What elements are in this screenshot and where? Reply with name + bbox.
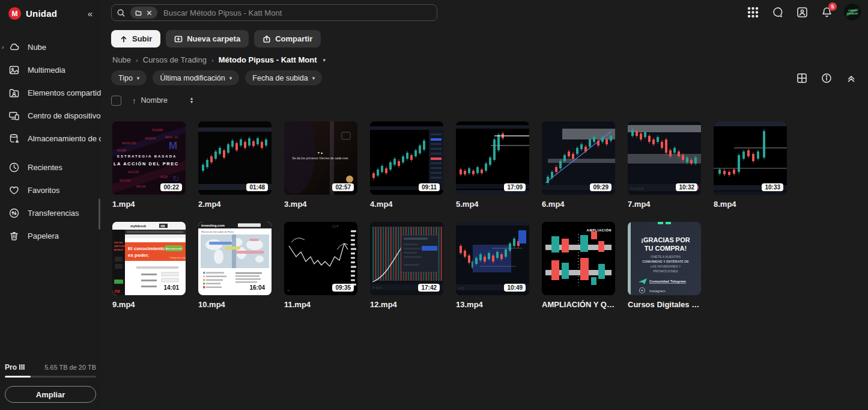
sidebar-item-elementos-compartidos[interactable]: Elementos compartidos	[0, 81, 101, 104]
filter-type-chip[interactable]: Tipo ▾	[111, 70, 147, 85]
apps-grid-icon[interactable]	[745, 5, 760, 19]
file-thumbnail[interactable]: 09:29	[542, 121, 615, 195]
sidebar-item-almacenamiento-objetos[interactable]: Almacenamiento de obj	[0, 127, 101, 150]
duration-badge: 02:57	[332, 183, 354, 191]
svg-text:0110: 0110	[160, 175, 168, 179]
file-name-label[interactable]: 8.mp4	[714, 200, 787, 209]
file-name-label[interactable]: 5.mp4	[456, 200, 529, 209]
chat-icon[interactable]	[770, 5, 785, 19]
file-thumbnail[interactable]: ▼▲ Se da los primeros Viernes de cada me…	[284, 121, 357, 195]
new-folder-button[interactable]: Nueva carpeta	[166, 30, 249, 47]
file-thumbnail[interactable]: - ▢ × ▷09:35	[284, 222, 357, 295]
filter-upload-date-chip[interactable]: Fecha de subida ▾	[245, 70, 322, 85]
mega-logo-icon[interactable]: M	[8, 7, 21, 20]
file-card[interactable]: ¡GRACIAS POR TU COMPRA! ÚNETE A NUESTRA …	[628, 222, 701, 309]
file-card[interactable]: myfxbook XM $30 NO DEPOSIT BONUS XM El c…	[112, 222, 186, 309]
sidebar-item-favoritos[interactable]: Favoritos	[0, 179, 101, 201]
file-card[interactable]: 01:482.mp4	[198, 121, 272, 209]
sidebar-item-centro-dispositivos[interactable]: Centro de dispositivos	[0, 104, 101, 127]
sidebar-item-label: Favoritos	[28, 186, 59, 195]
svg-text:El conocimiento: El conocimiento	[128, 246, 165, 251]
file-card[interactable]: 17:095.mp4	[456, 121, 529, 209]
app-title: Unidad	[26, 8, 57, 19]
filter-modified-chip[interactable]: Última modificación ▾	[153, 70, 239, 85]
file-name-label[interactable]: 13.mp4	[456, 300, 529, 309]
duration-badge: 00:22	[160, 183, 182, 191]
sidebar-item-papelera[interactable]: Papelera	[0, 224, 101, 247]
sidebar-item-recientes[interactable]: Recientes	[0, 156, 101, 179]
upgrade-button[interactable]: Ampliar	[5, 386, 96, 403]
svg-text:▷: ▷	[288, 289, 290, 292]
info-icon[interactable]	[819, 71, 834, 85]
file-thumbnail[interactable]: ▷ ▢ ▢ ▢10:32	[628, 121, 701, 195]
svg-text:↻: ↻	[172, 174, 180, 183]
chevron-right-icon[interactable]: ›	[2, 44, 4, 50]
table-view-icon[interactable]	[795, 71, 809, 85]
file-name-label[interactable]: AMPLIACIÓN Y QUI...	[542, 300, 615, 309]
file-name-label[interactable]: 1.mp4	[112, 200, 186, 209]
breadcrumb-nube[interactable]: Nube	[112, 55, 131, 64]
file-name-label[interactable]: 9.mp4	[112, 300, 186, 309]
file-name-label[interactable]: 12.mp4	[370, 300, 443, 309]
sidebar-item-multimedia[interactable]: Multimedia	[0, 58, 101, 81]
plan-tier-label: Pro III	[5, 363, 25, 372]
collapse-sidebar-icon[interactable]: «	[88, 8, 94, 19]
file-thumbnail[interactable]: 0110000011 11001011010010100110001122001…	[112, 121, 186, 195]
share-button[interactable]: Compartir	[254, 30, 321, 47]
file-name-label[interactable]: 3.mp4	[284, 200, 357, 209]
file-thumbnail[interactable]: 01:48	[198, 121, 272, 195]
file-card[interactable]: ▷ ▢10:4913.mp4	[456, 222, 529, 309]
file-name-label[interactable]: 4.mp4	[370, 200, 443, 209]
file-grid: 0110000011 11001011010010100110001122001…	[112, 121, 868, 309]
sort-direction-icon[interactable]: ↑	[132, 96, 136, 105]
file-thumbnail[interactable]: ▷ ▢10:49	[456, 222, 529, 295]
search-bar[interactable]: Buscar Método Pipsus - Katt Mont	[111, 4, 437, 21]
file-name-label[interactable]: Cursos Digitales 70...	[628, 300, 701, 309]
file-card[interactable]: ▷ ▢ ▢17:4212.mp4	[370, 222, 443, 309]
file-thumbnail[interactable]: investing.com Horario de mercados de For…	[198, 222, 272, 295]
folder-icon	[135, 10, 142, 16]
sidebar-item-nube[interactable]: › Nube	[0, 35, 101, 58]
file-name-label[interactable]: 7.mp4	[628, 200, 701, 209]
breadcrumb-cursos-de-trading[interactable]: Cursos de Trading	[143, 55, 207, 64]
user-avatar[interactable]: CURSOSDIGITALES	[844, 4, 861, 20]
sidebar-scrollbar[interactable]	[99, 198, 100, 230]
search-scope-chip[interactable]	[130, 7, 157, 19]
file-name-label[interactable]: 6.mp4	[542, 200, 615, 209]
file-card[interactable]: 09:296.mp4	[542, 121, 615, 209]
contacts-icon[interactable]	[795, 5, 809, 19]
file-thumbnail[interactable]: 17:09	[456, 121, 529, 195]
file-card[interactable]: 09:114.mp4	[370, 121, 443, 209]
sort-toggle-icon[interactable]: ▴▾	[190, 97, 193, 104]
file-thumbnail[interactable]: AMPLIACIÓN	[542, 222, 615, 295]
file-card[interactable]: ▷ ▢ ▢ ▢10:327.mp4	[628, 121, 701, 209]
select-all-checkbox[interactable]	[111, 96, 121, 106]
chevron-down-icon[interactable]: ▾	[323, 57, 326, 63]
close-icon[interactable]	[146, 10, 153, 16]
sidebar-item-transferencias[interactable]: Transferencias	[0, 201, 101, 224]
file-card[interactable]: - ▢ × ▷09:3511.mp4	[284, 222, 357, 309]
notifications-bell-icon[interactable]: 5	[819, 5, 834, 19]
file-card[interactable]: 0110000011 11001011010010100110001122001…	[112, 121, 186, 209]
file-name-label[interactable]: 2.mp4	[198, 200, 272, 209]
share-button-label: Compartir	[275, 34, 312, 43]
file-card[interactable]: investing.com Horario de mercados de For…	[198, 222, 272, 309]
breadcrumb-separator: ›	[136, 57, 138, 64]
file-thumbnail[interactable]: 09:11	[370, 121, 443, 195]
breadcrumb-current-folder[interactable]: Método Pipsus - Katt Mont	[219, 55, 317, 64]
sort-by-name[interactable]: Nombre	[141, 96, 168, 105]
topbar: Buscar Método Pipsus - Katt Mont 5	[101, 0, 868, 25]
file-card[interactable]: AMPLIACIÓN AMPLIACIÓN Y QUI...	[542, 222, 615, 309]
file-thumbnail[interactable]: myfxbook XM $30 NO DEPOSIT BONUS XM El c…	[112, 222, 186, 295]
file-name-label[interactable]: 11.mp4	[284, 300, 357, 309]
file-thumbnail[interactable]: ¡GRACIAS POR TU COMPRA! ÚNETE A NUESTRA …	[628, 222, 701, 295]
sidebar: M Unidad « › Nube Multimedia Elementos c…	[0, 0, 101, 410]
file-card[interactable]: 10:338.mp4	[714, 121, 787, 209]
file-thumbnail[interactable]: 10:33	[714, 121, 787, 195]
storage-plan-panel: Pro III 5.65 TB de 20 TB Ampliar	[0, 357, 101, 410]
file-card[interactable]: ▼▲ Se da los primeros Viernes de cada me…	[284, 121, 357, 209]
file-name-label[interactable]: 10.mp4	[198, 300, 272, 309]
file-thumbnail[interactable]: ▷ ▢ ▢17:42	[370, 222, 443, 295]
collapse-up-icon[interactable]	[844, 71, 858, 85]
upload-button[interactable]: Subir	[111, 30, 160, 47]
